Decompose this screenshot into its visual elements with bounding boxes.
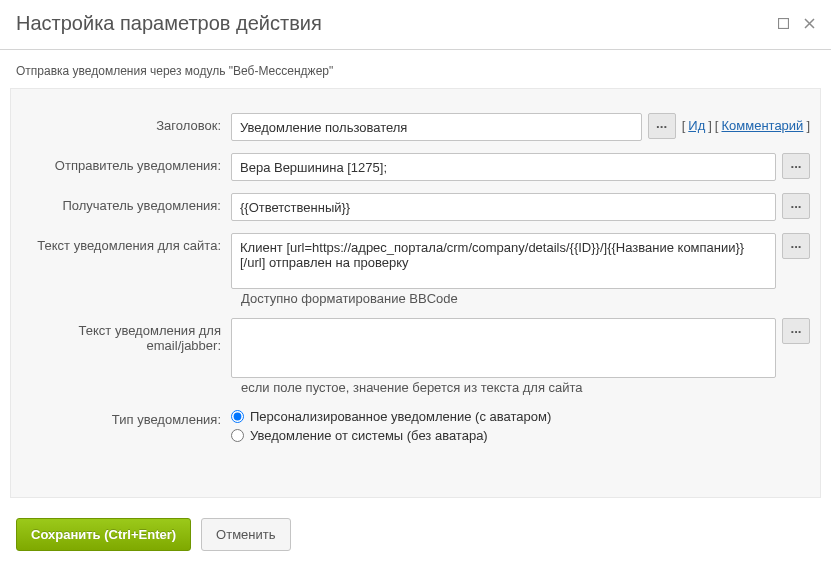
input-col-title: ... [Ид] [Комментарий]	[231, 113, 810, 141]
type-radio-group: Персонализированное уведомление (с авата…	[231, 407, 551, 447]
email-text-picker-button[interactable]: ...	[782, 318, 810, 344]
row-recipient: Получатель уведомления: ...	[21, 193, 810, 221]
radio-personalized-label: Персонализированное уведомление (с авата…	[250, 409, 551, 424]
row-email-text: Текст уведомления для email/jabber: ...	[21, 318, 810, 378]
input-col-email-text: ...	[231, 318, 810, 378]
radio-personalized[interactable]: Персонализированное уведомление (с авата…	[231, 409, 551, 424]
cancel-button[interactable]: Отменить	[201, 518, 290, 551]
title-links: [Ид] [Комментарий]	[682, 113, 810, 133]
close-icon[interactable]	[803, 18, 815, 30]
link-comment[interactable]: Комментарий	[721, 118, 803, 133]
radio-system-label: Уведомление от системы (без аватара)	[250, 428, 488, 443]
link-id[interactable]: Ид	[688, 118, 705, 133]
label-site-text: Текст уведомления для сайта:	[21, 233, 231, 253]
label-sender: Отправитель уведомления:	[21, 153, 231, 173]
label-title: Заголовок:	[21, 113, 231, 133]
row-title: Заголовок: ... [Ид] [Комментарий]	[21, 113, 810, 141]
svg-rect-0	[778, 19, 788, 29]
window-controls	[777, 18, 815, 30]
window-title: Настройка параметров действия	[16, 12, 777, 35]
title-picker-button[interactable]: ...	[648, 113, 676, 139]
maximize-icon[interactable]	[777, 18, 789, 30]
form-area: Заголовок: ... [Ид] [Комментарий] Отправ…	[10, 88, 821, 498]
radio-system-input[interactable]	[231, 429, 244, 442]
subheader: Отправка уведомления через модуль "Веб-М…	[0, 50, 831, 88]
dialog-window: Настройка параметров действия Отправка у…	[0, 0, 831, 565]
title-input[interactable]	[231, 113, 642, 141]
footer: Сохранить (Ctrl+Enter) Отменить	[0, 508, 831, 565]
row-site-text: Текст уведомления для сайта: Клиент [url…	[21, 233, 810, 289]
titlebar: Настройка параметров действия	[0, 0, 831, 50]
recipient-picker-button[interactable]: ...	[782, 193, 810, 219]
input-col-site-text: Клиент [url=https://адрес_портала/crm/co…	[231, 233, 810, 289]
recipient-input[interactable]	[231, 193, 776, 221]
save-button[interactable]: Сохранить (Ctrl+Enter)	[16, 518, 191, 551]
site-text-note: Доступно форматирование BBCode	[241, 291, 810, 306]
sender-picker-button[interactable]: ...	[782, 153, 810, 179]
sender-input[interactable]	[231, 153, 776, 181]
input-col-type: Персонализированное уведомление (с авата…	[231, 407, 810, 447]
input-col-recipient: ...	[231, 193, 810, 221]
radio-personalized-input[interactable]	[231, 410, 244, 423]
email-text-note: если поле пустое, значение берется из те…	[241, 380, 810, 395]
row-type: Тип уведомления: Персонализированное уве…	[21, 407, 810, 447]
site-text-textarea[interactable]: Клиент [url=https://адрес_портала/crm/co…	[231, 233, 776, 289]
radio-system[interactable]: Уведомление от системы (без аватара)	[231, 428, 551, 443]
label-type: Тип уведомления:	[21, 407, 231, 427]
label-email-text: Текст уведомления для email/jabber:	[21, 318, 231, 353]
site-text-picker-button[interactable]: ...	[782, 233, 810, 259]
input-col-sender: ...	[231, 153, 810, 181]
label-recipient: Получатель уведомления:	[21, 193, 231, 213]
row-sender: Отправитель уведомления: ...	[21, 153, 810, 181]
email-text-textarea[interactable]	[231, 318, 776, 378]
